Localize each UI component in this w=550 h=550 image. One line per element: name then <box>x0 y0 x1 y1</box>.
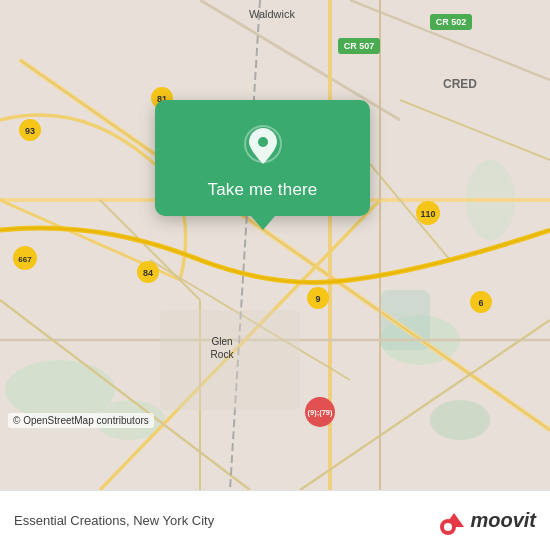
svg-text:Glen: Glen <box>211 336 232 347</box>
svg-text:93: 93 <box>25 126 35 136</box>
map-container: Waldwick Glen Rock CR 502 CR 507 81 84 8… <box>0 0 550 490</box>
svg-point-1 <box>5 360 115 420</box>
svg-text:Waldwick: Waldwick <box>249 8 296 20</box>
svg-text:110: 110 <box>420 209 435 219</box>
moovit-logo: moovit <box>438 505 536 537</box>
osm-attribution: © OpenStreetMap contributors <box>8 413 154 428</box>
svg-text:9: 9 <box>315 294 320 304</box>
svg-text:CR 507: CR 507 <box>344 41 375 51</box>
svg-rect-25 <box>160 310 300 410</box>
svg-point-53 <box>258 137 268 147</box>
popup-label: Take me there <box>208 180 318 200</box>
svg-point-56 <box>444 523 452 531</box>
svg-text:CRED: CRED <box>443 77 477 91</box>
svg-point-3 <box>430 400 490 440</box>
footer-bar: Essential Creations, New York City moovi… <box>0 490 550 550</box>
footer-location-text: Essential Creations, New York City <box>14 513 438 528</box>
moovit-text: moovit <box>470 509 536 532</box>
svg-text:84: 84 <box>143 268 153 278</box>
popup-card[interactable]: Take me there <box>155 100 370 216</box>
svg-text:Rock: Rock <box>211 349 235 360</box>
svg-text:6: 6 <box>478 298 483 308</box>
svg-text:(9);(79): (9);(79) <box>307 408 333 417</box>
svg-text:667: 667 <box>18 255 32 264</box>
attribution-text: © OpenStreetMap contributors <box>13 415 149 426</box>
moovit-icon <box>438 505 470 537</box>
map-pin-icon <box>239 122 287 170</box>
svg-text:CR 502: CR 502 <box>436 17 467 27</box>
